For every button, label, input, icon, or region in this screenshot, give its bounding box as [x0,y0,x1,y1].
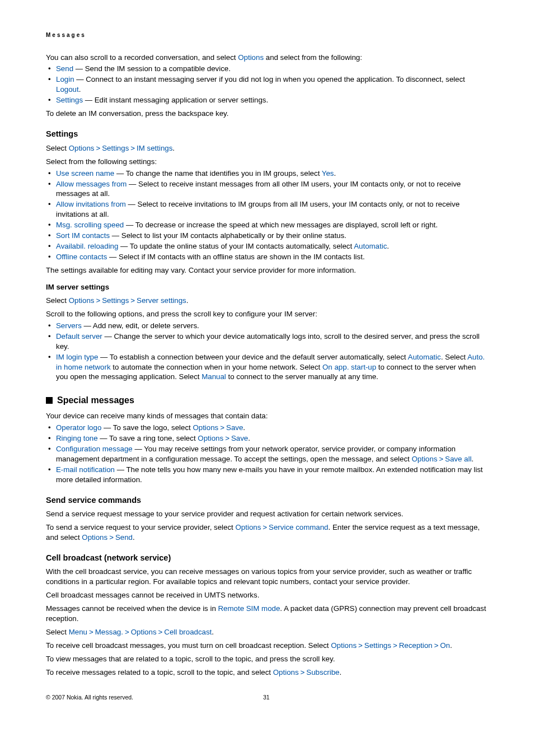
settings-link[interactable]: Settings [102,296,129,305]
cell-p3: Messages cannot be received when the dev… [46,604,488,624]
cell-broadcast-heading: Cell broadcast (network service) [46,553,488,564]
on-link[interactable]: On [440,641,450,650]
options-link[interactable]: Options [198,434,223,442]
availabil-reloading-link[interactable]: Availabil. reloading [56,242,118,250]
yes-link[interactable]: Yes [322,169,334,178]
text: . [248,434,250,442]
reception-link[interactable]: Reception [399,641,433,650]
options-link[interactable]: Options [69,296,95,305]
text: — To update the online status of your IM… [118,242,354,250]
text: to connect to the server manually at any… [226,372,378,381]
subscribe-link[interactable]: Subscribe [306,668,339,676]
options-link[interactable]: Options [238,53,264,62]
chevron-right-icon: > [129,144,137,152]
text: To receive cell broadcast messages, you … [46,641,331,650]
server-list: Servers — Add new, edit, or delete serve… [46,321,488,382]
cell-p1: With the cell broadcast service, you can… [46,567,488,587]
text: — To save the logo, select [101,423,193,432]
options-link[interactable]: Options [273,668,299,676]
list-item: E-mail notification — The note tells you… [46,465,488,485]
heading-text: Special messages [57,394,134,407]
default-server-link[interactable]: Default server [56,332,102,340]
chevron-right-icon: > [87,628,95,636]
login-link[interactable]: Login [56,75,74,83]
text: . Select [441,353,467,361]
automatic-link[interactable]: Automatic [354,242,387,250]
send-service-commands-heading: Send service commands [46,495,488,506]
servers-link[interactable]: Servers [56,321,82,330]
text: — Send the IM session to a compatible de… [73,64,231,73]
cell-p7: To receive messages related to a topic, … [46,668,488,678]
options-link[interactable]: Options [193,423,218,432]
text: — To decrease or increase the speed at w… [124,221,438,229]
allow-messages-link[interactable]: Allow messages from [56,180,127,188]
list-item: Allow invitations from — Select to recei… [46,199,488,220]
ringing-tone-link[interactable]: Ringing tone [56,434,98,442]
manual-link[interactable]: Manual [202,372,226,381]
list-item: Send — Send the IM session to a compatib… [46,64,488,74]
list-item: Offline contacts — Select if IM contacts… [46,252,488,262]
top-options-list: Send — Send the IM session to a compatib… [46,64,488,105]
settings-from: Select from the following settings: [46,157,488,167]
save-link[interactable]: Save [226,423,243,432]
options-link[interactable]: Options [69,144,95,152]
text: . [471,455,474,463]
logout-link[interactable]: Logout [56,85,79,94]
settings-list: Use screen name — To change the name tha… [46,169,488,262]
send-link[interactable]: Send [115,533,133,542]
options-link[interactable]: Options [82,533,107,542]
list-item: Availabil. reloading — To update the onl… [46,241,488,251]
save-link[interactable]: Save [231,434,248,442]
settings-link[interactable]: Settings [102,144,129,152]
chevron-right-icon: > [357,641,364,650]
offline-contacts-link[interactable]: Offline contacts [56,253,107,261]
im-settings-link[interactable]: IM settings [137,144,172,152]
text: — Change the server to which your device… [56,332,480,351]
scrolling-speed-link[interactable]: Msg. scrolling speed [56,221,124,229]
service-command-link[interactable]: Service command [269,523,328,531]
operator-logo-link[interactable]: Operator logo [56,423,101,432]
options-link[interactable]: Options [331,641,357,650]
text: Select [46,144,69,152]
options-link[interactable]: Options [411,455,437,463]
im-server-scroll: Scroll to the following options, and pre… [46,309,488,319]
email-notification-link[interactable]: E-mail notification [56,465,115,474]
list-item: Msg. scrolling speed — To decrease or in… [46,220,488,230]
settings-heading: Settings [46,129,488,140]
list-item: IM login type — To establish a connectio… [46,352,488,382]
text: . [212,628,214,636]
settings-link[interactable]: Settings [56,96,83,104]
options-link[interactable]: Options [131,628,157,636]
special-list: Operator logo — To save the logo, select… [46,423,488,485]
im-login-type-link[interactable]: IM login type [56,353,98,361]
save-all-link[interactable]: Save all [445,455,471,463]
menu-link[interactable]: Menu [69,628,87,636]
text: . [133,533,135,542]
text: . [243,423,245,432]
text: To send a service request to your servic… [46,523,236,531]
options-link[interactable]: Options [236,523,261,531]
cell-p2: Cell broadcast messages cannot be receiv… [46,590,488,600]
text: . [334,169,336,178]
list-item: Ringing tone — To save a ring tone, sele… [46,433,488,444]
server-settings-link[interactable]: Server settings [137,296,186,305]
text: Messages cannot be received when the dev… [46,604,218,613]
use-screen-name-link[interactable]: Use screen name [56,169,114,178]
messag-link[interactable]: Messag. [95,628,123,636]
text: — Select to list your IM contacts alphab… [110,231,346,240]
configuration-message-link[interactable]: Configuration message [56,445,133,453]
sort-contacts-link[interactable]: Sort IM contacts [56,231,110,240]
cell-broadcast-link[interactable]: Cell broadcast [164,628,212,636]
text: — Add new, edit, or delete servers. [82,321,199,330]
list-item: Operator logo — To save the logo, select… [46,423,488,433]
on-app-start-up-link[interactable]: On app. start-up [322,363,376,371]
remote-sim-mode-link[interactable]: Remote SIM mode [218,604,280,613]
text: You can also scroll to a recorded conver… [46,53,238,62]
settings-link[interactable]: Settings [364,641,391,650]
send-link[interactable]: Send [56,64,73,73]
automatic-link[interactable]: Automatic [408,353,441,361]
text: — To establish a connection between your… [98,353,407,361]
text: — To change the name that identifies you… [114,169,322,178]
allow-invitations-link[interactable]: Allow invitations from [56,200,126,208]
chevron-right-icon: > [94,296,102,305]
